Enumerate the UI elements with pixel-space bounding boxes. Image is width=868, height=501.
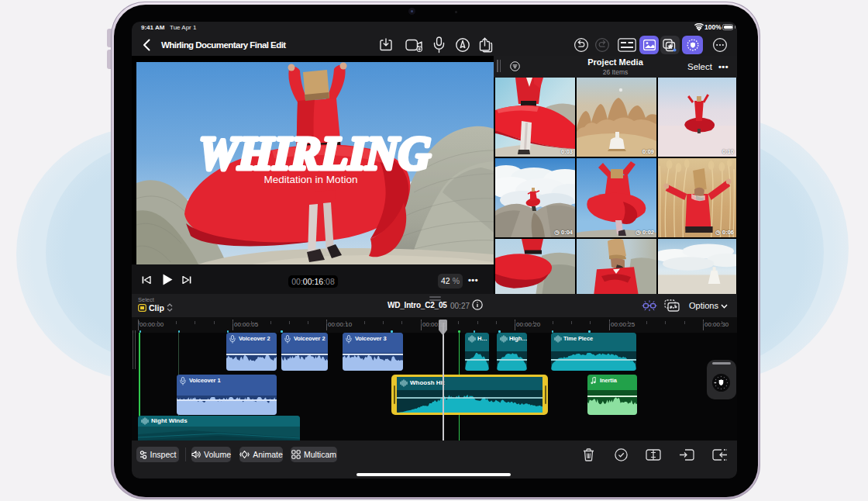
svg-text:WHIRLING: WHIRLING [198,127,432,179]
svg-text:Meditation in Motion: Meditation in Motion [264,174,358,185]
